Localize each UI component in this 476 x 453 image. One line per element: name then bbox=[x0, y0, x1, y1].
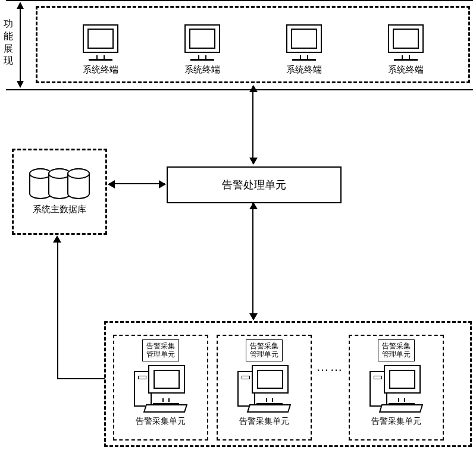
bracket-arrow-icon bbox=[17, 2, 24, 88]
processor-label: 告警处理单元 bbox=[222, 178, 286, 192]
collection-unit-label: 告警采集单元 bbox=[239, 416, 289, 427]
system-terminal: 系统终端 bbox=[286, 24, 322, 76]
arrow-db-processor bbox=[109, 183, 165, 184]
alarm-collection-unit: 告警采集 管理单元 告警采集单元 bbox=[217, 335, 312, 441]
arrow-collectors-db bbox=[57, 237, 110, 379]
collection-unit-label: 告警采集单元 bbox=[136, 416, 186, 427]
arrow-presentation-processor bbox=[252, 86, 253, 163]
alarm-processing-unit: 告警处理单元 bbox=[167, 166, 342, 203]
collection-layer-box: 告警采集 管理单元 告警采集单元 告警采集 管理单元 告警采集单元 …… 告警采… bbox=[104, 321, 472, 447]
system-terminal: 系统终端 bbox=[388, 24, 424, 76]
presentation-layer-box: 系统终端 系统终端 系统终端 系统终端 bbox=[36, 6, 470, 83]
database-label: 系统主数据库 bbox=[33, 204, 86, 216]
alarm-collection-unit: 告警采集 管理单元 告警采集单元 bbox=[113, 335, 208, 441]
system-terminal: 系统终端 bbox=[184, 24, 220, 76]
database-icon bbox=[29, 168, 90, 199]
system-terminal: 系统终端 bbox=[83, 24, 118, 76]
monitor-icon bbox=[184, 24, 220, 53]
rule-top bbox=[6, 0, 473, 1]
terminal-label: 系统终端 bbox=[83, 64, 118, 76]
database-box: 系统主数据库 bbox=[12, 149, 107, 235]
monitor-icon bbox=[286, 24, 322, 53]
terminal-label: 系统终端 bbox=[184, 64, 220, 76]
arrow-processor-collectors bbox=[252, 203, 253, 319]
svg-marker-1 bbox=[17, 2, 24, 9]
side-label: 功能展现 bbox=[3, 18, 14, 67]
monitor-icon bbox=[388, 24, 424, 53]
collection-mgmt-label: 告警采集 管理单元 bbox=[378, 339, 415, 361]
collection-mgmt-label: 告警采集 管理单元 bbox=[142, 339, 179, 361]
terminal-label: 系统终端 bbox=[388, 64, 424, 76]
computer-icon bbox=[369, 365, 423, 413]
computer-icon bbox=[237, 365, 291, 413]
monitor-icon bbox=[83, 24, 118, 53]
collection-unit-label: 告警采集单元 bbox=[371, 416, 421, 427]
ellipsis: …… bbox=[312, 360, 349, 416]
alarm-collection-unit: 告警采集 管理单元 告警采集单元 bbox=[349, 335, 444, 441]
computer-icon bbox=[134, 365, 187, 413]
terminal-label: 系统终端 bbox=[286, 64, 322, 76]
rule-bottom bbox=[6, 89, 473, 90]
collection-mgmt-label: 告警采集 管理单元 bbox=[246, 339, 283, 361]
svg-marker-2 bbox=[17, 81, 24, 88]
